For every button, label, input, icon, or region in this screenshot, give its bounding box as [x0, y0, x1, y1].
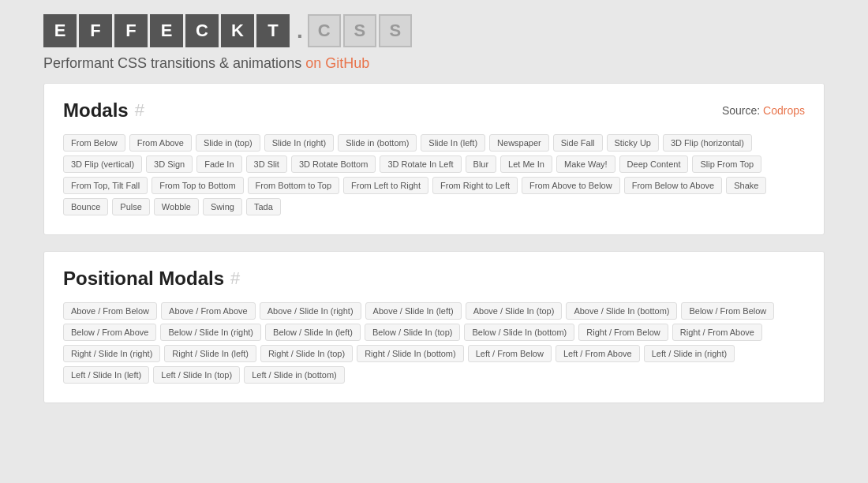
tag-slip-from-top[interactable]: Slip From Top [692, 155, 761, 173]
tag-3d-rotate-in-left[interactable]: 3D Rotate In Left [380, 155, 461, 173]
tag-left-from-below[interactable]: Left / From Below [468, 345, 552, 362]
logo-letter-f2: F [114, 14, 148, 47]
tag-3d-rotate-bottom[interactable]: 3D Rotate Bottom [291, 155, 376, 173]
logo-letter-e1: E [43, 14, 77, 47]
tag-fade-in[interactable]: Fade In [196, 155, 241, 173]
tag-left-slide-in-top[interactable]: Left / Slide In (top) [153, 366, 240, 384]
logo-dot: . [297, 18, 303, 43]
tag-shake[interactable]: Shake [726, 177, 766, 194]
tag-swing[interactable]: Swing [203, 198, 242, 215]
positional-modals-card-title: Positional Modals # [63, 268, 805, 290]
tag-from-right-to-left[interactable]: From Right to Left [432, 177, 518, 194]
tag-let-me-in[interactable]: Let Me In [500, 155, 552, 173]
tag-from-bottom-to-top[interactable]: From Bottom to Top [248, 177, 339, 194]
tag-from-top-tilt-fall[interactable]: From Top, Tilt Fall [63, 177, 148, 194]
tag-blur[interactable]: Blur [466, 155, 497, 173]
logo-letter-e2: E [150, 14, 183, 47]
tag-slide-in-top[interactable]: Slide in (top) [196, 134, 260, 152]
tag-side-fall[interactable]: Side Fall [553, 134, 603, 152]
tag-deep-content[interactable]: Deep Content [619, 155, 689, 173]
tag-bounce[interactable]: Bounce [63, 198, 108, 215]
tag-above-slide-in-bottom[interactable]: Above / Slide In (bottom) [566, 302, 677, 320]
github-link[interactable]: on GitHub [305, 55, 369, 71]
tag-above-slide-in-left[interactable]: Above / Slide In (left) [365, 302, 462, 320]
tag-below-from-above[interactable]: Below / From Above [63, 324, 156, 341]
tag-below-slide-in-right[interactable]: Below / Slide In (right) [160, 324, 261, 341]
tag-wobble[interactable]: Wobble [154, 198, 199, 215]
tag-newspaper[interactable]: Newspaper [489, 134, 549, 152]
logo-letter-k: K [221, 14, 254, 47]
tag-right-from-below[interactable]: Right / From Below [578, 324, 668, 341]
logo-css-s1: S [343, 14, 376, 47]
modals-tags: From Below From Above Slide in (top) Sli… [63, 134, 805, 215]
tag-right-from-above[interactable]: Right / From Above [672, 324, 762, 341]
tag-left-from-above[interactable]: Left / From Above [556, 345, 640, 362]
logo-letter-t: T [256, 14, 290, 47]
tag-from-above[interactable]: From Above [129, 134, 192, 152]
subtitle: Performant CSS transitions & animations … [43, 55, 825, 72]
tag-slide-in-right[interactable]: Slide In (right) [264, 134, 334, 152]
tag-3d-sign[interactable]: 3D Sign [146, 155, 193, 173]
logo-row: E F F E C K T . C S S [43, 14, 825, 47]
positional-hash: # [230, 268, 240, 289]
logo-letter-f1: F [79, 14, 112, 47]
positional-modals-card: Positional Modals # Above / From Below A… [43, 251, 825, 403]
tag-slide-in-left[interactable]: Slide In (left) [421, 134, 485, 152]
header: E F F E C K T . C S S Performant CSS tra… [0, 0, 868, 83]
tag-below-slide-in-bottom[interactable]: Below / Slide In (bottom) [464, 324, 574, 341]
tag-from-below[interactable]: From Below [63, 134, 125, 152]
tag-below-slide-in-left[interactable]: Below / Slide In (left) [265, 324, 361, 341]
tag-3d-slit[interactable]: 3D Slit [246, 155, 287, 173]
tag-right-slide-in-left[interactable]: Right / Slide In (left) [164, 345, 256, 362]
modals-hash: # [135, 100, 144, 121]
tag-above-from-below[interactable]: Above / From Below [63, 302, 157, 320]
tag-make-way[interactable]: Make Way! [556, 155, 615, 173]
tag-left-slide-in-bottom[interactable]: Left / Slide in (bottom) [244, 366, 345, 384]
logo-letter-c1: C [185, 14, 219, 47]
tag-below-slide-in-top[interactable]: Below / Slide In (top) [365, 324, 461, 341]
positional-title-text: Positional Modals [63, 268, 224, 290]
tag-from-below-to-above[interactable]: From Below to Above [624, 177, 723, 194]
positional-modals-tags: Above / From Below Above / From Above Ab… [63, 302, 805, 384]
logo-css-letters: C S S [308, 14, 412, 47]
modals-card-title: Modals # Source: Codrops [63, 99, 805, 122]
tag-left-slide-in-right[interactable]: Left / Slide in (right) [644, 345, 735, 362]
tag-above-slide-in-top[interactable]: Above / Slide In (top) [466, 302, 563, 320]
tag-above-from-above[interactable]: Above / From Above [161, 302, 256, 320]
tag-tada[interactable]: Tada [246, 198, 281, 215]
logo-css-s2: S [379, 14, 412, 47]
source-label: Source: Codrops [722, 104, 805, 117]
tag-3d-flip-h[interactable]: 3D Flip (horizontal) [663, 134, 752, 152]
tag-above-slide-in-right[interactable]: Above / Slide In (right) [260, 302, 361, 320]
codrops-link[interactable]: Codrops [763, 104, 805, 117]
tag-from-left-to-right[interactable]: From Left to Right [343, 177, 428, 194]
modals-title-text: Modals [63, 99, 129, 122]
tag-below-from-below[interactable]: Below / From Below [681, 302, 774, 320]
tag-slide-in-bottom[interactable]: Slide in (bottom) [338, 134, 417, 152]
tag-left-slide-in-left[interactable]: Left / Slide In (left) [63, 366, 149, 384]
tag-3d-flip-v[interactable]: 3D Flip (vertical) [63, 155, 142, 173]
tag-right-slide-in-right[interactable]: Right / Slide In (right) [63, 345, 160, 362]
tag-from-above-to-below[interactable]: From Above to Below [522, 177, 620, 194]
modals-card: Modals # Source: Codrops From Below From… [43, 83, 825, 235]
tag-right-slide-in-bottom[interactable]: Right / Slide In (bottom) [357, 345, 464, 362]
tag-right-slide-in-top[interactable]: Right / Slide In (top) [260, 345, 353, 362]
logo-css-c: C [308, 14, 341, 47]
tag-pulse[interactable]: Pulse [112, 198, 150, 215]
tag-sticky-up[interactable]: Sticky Up [607, 134, 659, 152]
tag-from-top-to-bottom[interactable]: From Top to Bottom [152, 177, 243, 194]
